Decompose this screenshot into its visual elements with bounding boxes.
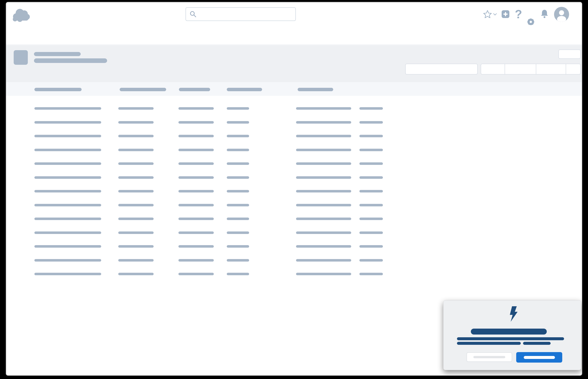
- row-12-cell-skeleton-1: [34, 259, 101, 262]
- row-9-cell-skeleton-3: [179, 218, 214, 220]
- row-13-cell-skeleton-5: [296, 273, 351, 275]
- row-10-cell-skeleton-3: [179, 231, 214, 234]
- row-1-cell-skeleton-1: [34, 107, 101, 110]
- popup-text-bar-1: [471, 329, 547, 334]
- header-small-button[interactable]: [558, 49, 581, 59]
- row-3-cell-skeleton-5: [296, 135, 351, 137]
- row-2-cell-skeleton-5: [296, 121, 351, 124]
- favorites-chevron-icon[interactable]: [493, 13, 497, 16]
- row-5-cell-skeleton-2: [118, 162, 154, 165]
- row-8-cell-skeleton-6: [359, 204, 383, 206]
- app-nav-bar: [6, 25, 582, 45]
- row-2-cell-skeleton-6: [359, 121, 383, 124]
- row-11-cell-skeleton-1: [34, 245, 101, 248]
- row-1-cell-skeleton-6: [359, 107, 383, 110]
- favorites-star-icon[interactable]: [483, 10, 492, 18]
- group-button-3[interactable]: [536, 64, 566, 74]
- row-12-cell-skeleton-2: [118, 259, 154, 262]
- help-question-icon[interactable]: ?: [515, 8, 522, 20]
- popup-text-bar-2: [457, 337, 564, 340]
- row-13-cell-skeleton-1: [34, 273, 101, 275]
- table-body: [6, 96, 582, 306]
- row-8-cell-skeleton-3: [179, 204, 214, 206]
- global-header: ?: [6, 2, 582, 25]
- column-header-skeleton-1: [34, 88, 82, 91]
- row-12-cell-skeleton-4: [227, 259, 249, 262]
- popup-primary-button[interactable]: [516, 352, 562, 363]
- column-header-skeleton-5: [298, 88, 333, 91]
- row-2-cell-skeleton-4: [227, 121, 249, 124]
- popup-text-bar-4: [523, 342, 551, 345]
- header-button-group: [481, 64, 581, 75]
- row-4-cell-skeleton-2: [118, 149, 154, 151]
- row-11-cell-skeleton-5: [296, 245, 351, 248]
- row-5-cell-skeleton-3: [179, 162, 214, 165]
- row-6-cell-skeleton-6: [359, 176, 383, 179]
- row-4-cell-skeleton-1: [34, 149, 101, 151]
- row-12-cell-skeleton-3: [179, 259, 214, 262]
- row-7-cell-skeleton-4: [227, 190, 249, 192]
- column-header-skeleton-4: [227, 88, 262, 91]
- prompt-popup: [443, 300, 581, 370]
- row-10-cell-skeleton-2: [118, 231, 154, 234]
- page-title-bar-2: [34, 58, 107, 63]
- row-8-cell-skeleton-5: [296, 204, 351, 206]
- row-1-cell-skeleton-4: [227, 107, 249, 110]
- row-12-cell-skeleton-5: [296, 259, 351, 262]
- header-wide-button[interactable]: [405, 64, 478, 75]
- row-9-cell-skeleton-2: [118, 218, 154, 220]
- popup-input[interactable]: [467, 352, 512, 362]
- row-1-cell-skeleton-5: [296, 107, 351, 110]
- popup-text-bar-3: [457, 342, 521, 345]
- row-2-cell-skeleton-1: [34, 121, 101, 124]
- row-3-cell-skeleton-1: [34, 135, 101, 137]
- row-3-cell-skeleton-3: [179, 135, 214, 137]
- row-7-cell-skeleton-2: [118, 190, 154, 192]
- row-3-cell-skeleton-2: [118, 135, 154, 137]
- page-title-bar-1: [34, 52, 81, 56]
- row-5-cell-skeleton-6: [359, 162, 383, 165]
- row-7-cell-skeleton-3: [179, 190, 214, 192]
- row-8-cell-skeleton-1: [34, 204, 101, 206]
- row-4-cell-skeleton-3: [179, 149, 214, 151]
- user-avatar[interactable]: [554, 7, 569, 22]
- row-6-cell-skeleton-4: [227, 176, 249, 179]
- group-button-2[interactable]: [505, 64, 536, 74]
- row-7-cell-skeleton-6: [359, 190, 383, 192]
- row-6-cell-skeleton-1: [34, 176, 101, 179]
- column-header-skeleton-2: [120, 88, 166, 91]
- row-11-cell-skeleton-3: [179, 245, 214, 248]
- row-9-cell-skeleton-4: [227, 218, 249, 220]
- row-4-cell-skeleton-4: [227, 149, 249, 151]
- setup-gear-icon[interactable]: [527, 18, 535, 26]
- row-13-cell-skeleton-4: [227, 273, 249, 275]
- row-8-cell-skeleton-2: [118, 204, 154, 206]
- row-1-cell-skeleton-2: [118, 107, 154, 110]
- popup-input-placeholder-bar: [473, 356, 505, 358]
- row-10-cell-skeleton-6: [359, 231, 383, 234]
- lightning-bolt-icon: [508, 306, 519, 322]
- search-icon: [190, 11, 196, 17]
- add-plus-icon[interactable]: [502, 10, 509, 18]
- row-3-cell-skeleton-4: [227, 135, 249, 137]
- row-11-cell-skeleton-2: [118, 245, 154, 248]
- row-9-cell-skeleton-1: [34, 218, 101, 220]
- notifications-bell-icon[interactable]: [540, 9, 549, 18]
- row-8-cell-skeleton-4: [227, 204, 249, 206]
- row-4-cell-skeleton-6: [359, 149, 383, 151]
- row-5-cell-skeleton-1: [34, 162, 101, 165]
- row-4-cell-skeleton-5: [296, 149, 351, 151]
- row-10-cell-skeleton-5: [296, 231, 351, 234]
- group-button-1[interactable]: [481, 64, 505, 74]
- search-input[interactable]: [196, 8, 295, 20]
- row-13-cell-skeleton-3: [179, 273, 214, 275]
- row-7-cell-skeleton-1: [34, 190, 101, 192]
- row-9-cell-skeleton-5: [296, 218, 351, 220]
- row-7-cell-skeleton-5: [296, 190, 351, 192]
- row-10-cell-skeleton-4: [227, 231, 249, 234]
- row-13-cell-skeleton-6: [359, 273, 383, 275]
- browser-window: ?: [6, 2, 582, 376]
- row-12-cell-skeleton-6: [359, 259, 383, 262]
- row-13-cell-skeleton-2: [118, 273, 154, 275]
- group-button-4[interactable]: [566, 64, 580, 74]
